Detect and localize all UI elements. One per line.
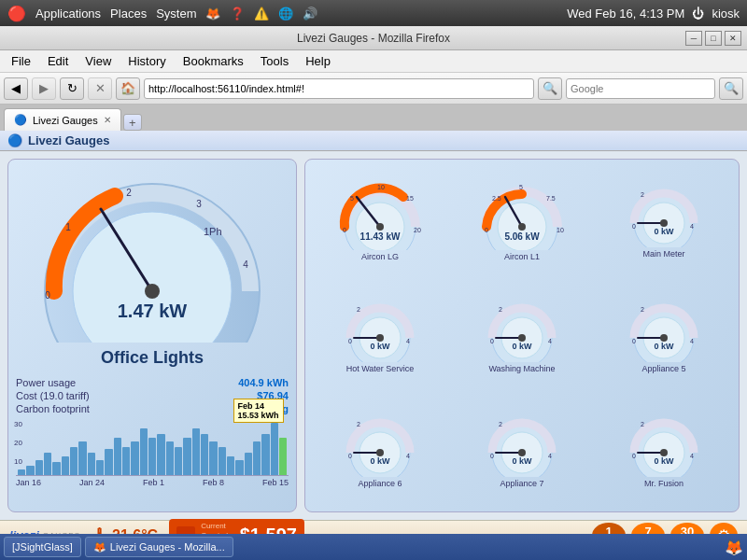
stop-button[interactable]: ✕ — [88, 77, 112, 100]
svg-text:4: 4 — [406, 338, 410, 344]
forward-button[interactable]: ▶ — [32, 77, 56, 100]
svg-text:20: 20 — [414, 227, 421, 233]
minimize-button[interactable]: ─ — [685, 31, 702, 46]
svg-text:4: 4 — [690, 223, 694, 230]
gauge-svg-aircon-lg: 0 5 10 15 20 11.43 kW — [324, 180, 436, 250]
gauge-svg-appliance5: 0 4 2 0 kW — [617, 299, 711, 362]
bar — [192, 428, 200, 475]
svg-text:4: 4 — [406, 453, 410, 459]
bar — [227, 456, 234, 475]
bar — [261, 434, 269, 475]
bar — [175, 447, 182, 475]
menu-history[interactable]: History — [120, 52, 173, 70]
svg-text:5: 5 — [350, 195, 354, 202]
stat-value-power: 404.9 kWh — [238, 377, 289, 388]
svg-text:0: 0 — [490, 338, 494, 344]
bar — [52, 462, 60, 475]
url-input[interactable] — [144, 78, 534, 99]
livezi-header-title: Livezi Gauges — [28, 133, 109, 147]
svg-text:5.06 kW: 5.06 kW — [504, 231, 540, 242]
gauge-svg-appliance6: 0 4 2 0 kW — [333, 413, 427, 477]
bar — [62, 456, 69, 475]
chart-area: 30 20 10 — [16, 420, 289, 504]
svg-point-34 — [660, 219, 668, 227]
close-button[interactable]: ✕ — [725, 31, 741, 46]
search-input[interactable] — [566, 78, 715, 99]
new-tab-button[interactable]: + — [123, 114, 142, 131]
chart-tooltip: Feb 14 15.53 kWh — [233, 399, 284, 423]
main-content: 0 1 2 3 4 1Ph 1.47 kW Office Lights Powe… — [0, 151, 747, 520]
home-button[interactable]: 🏠 — [116, 77, 140, 100]
bar — [253, 441, 261, 475]
menu-bookmarks[interactable]: Bookmarks — [176, 52, 251, 70]
firefox-task-icon: 🦊 — [93, 541, 106, 553]
svg-text:0 kW: 0 kW — [654, 227, 674, 236]
gauge-label-aircon-lg: Aircon LG — [361, 252, 399, 261]
menu-tools[interactable]: Tools — [253, 52, 296, 70]
gauge-label-appliance7: Appliance 7 — [500, 479, 543, 488]
system-bar-right: Wed Feb 16, 4:13 PM ⏻ kiosk — [567, 7, 740, 21]
gauge-svg-washing: 0 4 2 0 kW — [475, 299, 569, 362]
svg-text:0 kW: 0 kW — [512, 456, 532, 466]
bar — [35, 460, 43, 475]
places-menu[interactable]: Places — [110, 7, 147, 21]
taskbar-item-firefox[interactable]: 🦊 Livezi Gauges - Mozilla... — [85, 537, 233, 557]
maximize-button[interactable]: □ — [705, 31, 722, 46]
bar — [114, 438, 121, 475]
bar — [26, 466, 34, 475]
big-gauge-svg: 0 1 2 3 4 1Ph 1.47 kW — [21, 170, 283, 343]
firefox-icon: 🦊 — [205, 7, 220, 21]
svg-text:4: 4 — [548, 338, 552, 344]
svg-text:0: 0 — [490, 453, 494, 459]
svg-point-8 — [145, 284, 160, 299]
applications-menu[interactable]: Applications — [35, 7, 101, 21]
taskbar-item-jsightglass[interactable]: [JSightGlass] — [4, 537, 81, 557]
svg-text:7.5: 7.5 — [546, 195, 556, 202]
svg-point-42 — [376, 334, 384, 342]
svg-text:1Ph: 1Ph — [204, 226, 222, 237]
tab-close-icon[interactable]: ✕ — [104, 115, 111, 125]
gauge-label-washing: Washing Machine — [488, 364, 555, 373]
svg-text:2: 2 — [641, 306, 644, 313]
back-button[interactable]: ◀ — [4, 77, 28, 100]
tab-bar: 🔵 Livezi Gauges ✕ + — [0, 105, 747, 131]
gauge-title: Office Lights — [101, 348, 204, 368]
svg-text:2: 2 — [499, 421, 502, 427]
warning-icon: ⚠️ — [254, 7, 269, 21]
network-icon: 🌐 — [278, 7, 293, 21]
svg-text:3: 3 — [196, 199, 202, 209]
stat-label-cost: Cost (19.0 tariff) — [16, 390, 90, 401]
menu-file[interactable]: File — [4, 52, 38, 70]
svg-text:4: 4 — [548, 453, 552, 459]
svg-text:0: 0 — [343, 227, 346, 233]
svg-text:0: 0 — [348, 338, 352, 344]
bar — [96, 460, 104, 475]
bar — [218, 447, 226, 475]
window-controls[interactable]: ─ □ ✕ — [685, 31, 741, 46]
svg-text:1: 1 — [65, 222, 71, 232]
svg-text:0: 0 — [485, 227, 488, 233]
svg-text:4: 4 — [690, 338, 694, 344]
search-go-button[interactable]: 🔍 — [538, 77, 562, 100]
tab-favicon: 🔵 — [14, 114, 27, 126]
apps-icon: 🔴 — [7, 5, 26, 22]
svg-text:5: 5 — [519, 184, 523, 190]
bar — [157, 434, 164, 475]
menu-view[interactable]: View — [78, 52, 119, 70]
menu-help[interactable]: Help — [298, 52, 338, 70]
left-panel: 0 1 2 3 4 1Ph 1.47 kW Office Lights Powe… — [7, 159, 297, 512]
svg-text:0 kW: 0 kW — [512, 342, 532, 351]
big-gauge: 0 1 2 3 4 1Ph 1.47 kW — [21, 167, 283, 344]
gauge-label-main-meter: Main Meter — [642, 249, 684, 259]
bar — [209, 441, 217, 475]
system-menu[interactable]: System — [156, 7, 196, 21]
search-submit-button[interactable]: 🔍 — [719, 77, 743, 100]
svg-text:15: 15 — [406, 195, 414, 202]
menu-edit[interactable]: Edit — [40, 52, 76, 70]
gauge-cell-aircon-l1: 0 2.5 5 7.5 10 5.06 kW Aircon L1 — [453, 165, 591, 276]
tab-livezi-gauges[interactable]: 🔵 Livezi Gauges ✕ — [4, 108, 121, 131]
reload-button[interactable]: ↻ — [60, 77, 84, 100]
user-label: kiosk — [712, 7, 740, 21]
svg-text:0: 0 — [632, 453, 636, 459]
svg-text:11.43 kW: 11.43 kW — [360, 231, 401, 242]
